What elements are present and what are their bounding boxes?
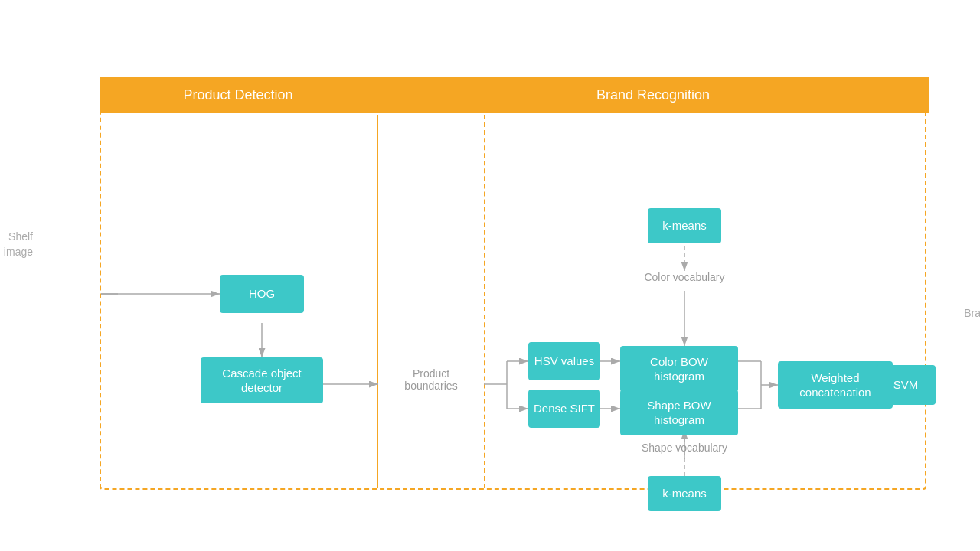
kmeans-top-node: k-means — [648, 208, 721, 243]
shape-vocabulary-label: Shape vocabulary — [626, 442, 743, 454]
color-bow-node: Color BOWhistogram — [620, 346, 738, 392]
color-vocabulary-label: Color vocabulary — [626, 271, 743, 283]
product-boundaries-label: Productboundaries — [378, 367, 484, 392]
divider-1 — [377, 115, 378, 488]
cascade-node: Cascade objectdetector — [201, 357, 323, 403]
shape-bow-node: Shape BOWhistogram — [620, 390, 738, 435]
svm-node: SVM — [876, 365, 936, 405]
shelf-image-label: Shelfimage — [0, 230, 33, 259]
dense-sift-node: Dense SIFT — [528, 390, 600, 428]
kmeans-bottom-node: k-means — [648, 476, 721, 511]
product-detection-header: Product Detection — [100, 77, 377, 113]
divider-2 — [484, 115, 485, 488]
brand-recognition-header: Brand Recognition — [377, 77, 929, 113]
diagram-wrapper: Shelfimage Brand label Product Detection… — [38, 46, 942, 505]
hog-node: HOG — [220, 275, 304, 313]
brand-label: Brand label — [964, 306, 980, 321]
hsv-node: HSV values — [528, 342, 600, 380]
main-container: Product Detection Brand Recognition — [100, 77, 926, 490]
